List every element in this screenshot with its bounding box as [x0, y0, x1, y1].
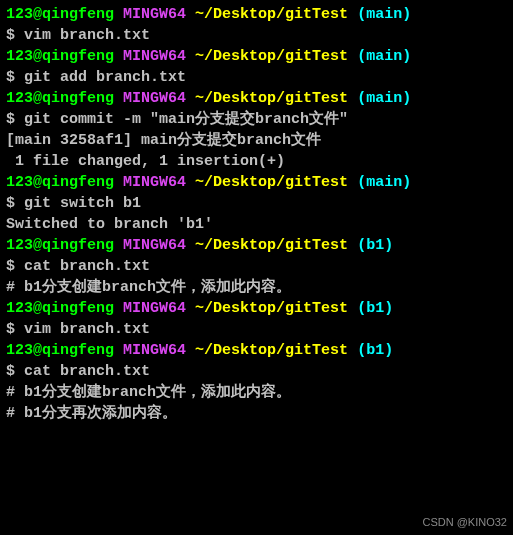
watermark: CSDN @KINO32: [422, 512, 507, 533]
prompt-user: 123@qingfeng: [6, 6, 114, 23]
command-line: $ vim branch.txt: [6, 25, 507, 46]
prompt-line: 123@qingfeng MINGW64 ~/Desktop/gitTest (…: [6, 172, 507, 193]
output-line: [main 3258af1] main分支提交branch文件: [6, 130, 507, 151]
prompt-user: 123@qingfeng: [6, 237, 114, 254]
command-line: $ git add branch.txt: [6, 67, 507, 88]
prompt-branch: (main): [357, 90, 411, 107]
command-line: $ cat branch.txt: [6, 256, 507, 277]
prompt-env: MINGW64: [123, 48, 186, 65]
prompt-env: MINGW64: [123, 342, 186, 359]
prompt-path: ~/Desktop/gitTest: [195, 300, 348, 317]
prompt-path: ~/Desktop/gitTest: [195, 90, 348, 107]
prompt-line: 123@qingfeng MINGW64 ~/Desktop/gitTest (…: [6, 298, 507, 319]
terminal[interactable]: 123@qingfeng MINGW64 ~/Desktop/gitTest (…: [6, 4, 507, 424]
prompt-dollar: $: [6, 321, 24, 338]
command-line: $ git commit -m "main分支提交branch文件": [6, 109, 507, 130]
output-line: # b1分支创建branch文件，添加此内容。: [6, 277, 507, 298]
prompt-path: ~/Desktop/gitTest: [195, 6, 348, 23]
prompt-branch: (main): [357, 48, 411, 65]
prompt-env: MINGW64: [123, 174, 186, 191]
output-line: 1 file changed, 1 insertion(+): [6, 151, 507, 172]
prompt-branch: (b1): [357, 300, 393, 317]
command-text: vim branch.txt: [24, 321, 150, 338]
prompt-path: ~/Desktop/gitTest: [195, 237, 348, 254]
command-text: cat branch.txt: [24, 363, 150, 380]
command-text: git add branch.txt: [24, 69, 186, 86]
prompt-path: ~/Desktop/gitTest: [195, 174, 348, 191]
prompt-branch: (main): [357, 174, 411, 191]
output-line: # b1分支再次添加内容。: [6, 403, 507, 424]
command-line: $ git switch b1: [6, 193, 507, 214]
prompt-user: 123@qingfeng: [6, 90, 114, 107]
prompt-line: 123@qingfeng MINGW64 ~/Desktop/gitTest (…: [6, 4, 507, 25]
prompt-env: MINGW64: [123, 300, 186, 317]
command-text: vim branch.txt: [24, 27, 150, 44]
command-line: $ vim branch.txt: [6, 319, 507, 340]
prompt-dollar: $: [6, 111, 24, 128]
prompt-env: MINGW64: [123, 90, 186, 107]
prompt-line: 123@qingfeng MINGW64 ~/Desktop/gitTest (…: [6, 235, 507, 256]
prompt-line: 123@qingfeng MINGW64 ~/Desktop/gitTest (…: [6, 46, 507, 67]
prompt-dollar: $: [6, 69, 24, 86]
prompt-env: MINGW64: [123, 237, 186, 254]
command-text: git commit -m "main分支提交branch文件": [24, 111, 348, 128]
prompt-dollar: $: [6, 258, 24, 275]
prompt-user: 123@qingfeng: [6, 300, 114, 317]
prompt-dollar: $: [6, 195, 24, 212]
prompt-user: 123@qingfeng: [6, 342, 114, 359]
prompt-branch: (main): [357, 6, 411, 23]
command-line: $ cat branch.txt: [6, 361, 507, 382]
prompt-dollar: $: [6, 363, 24, 380]
prompt-dollar: $: [6, 27, 24, 44]
prompt-user: 123@qingfeng: [6, 48, 114, 65]
command-text: git switch b1: [24, 195, 141, 212]
prompt-path: ~/Desktop/gitTest: [195, 342, 348, 359]
prompt-branch: (b1): [357, 237, 393, 254]
command-text: cat branch.txt: [24, 258, 150, 275]
prompt-path: ~/Desktop/gitTest: [195, 48, 348, 65]
output-line: Switched to branch 'b1': [6, 214, 507, 235]
prompt-branch: (b1): [357, 342, 393, 359]
output-line: # b1分支创建branch文件，添加此内容。: [6, 382, 507, 403]
prompt-line: 123@qingfeng MINGW64 ~/Desktop/gitTest (…: [6, 340, 507, 361]
prompt-line: 123@qingfeng MINGW64 ~/Desktop/gitTest (…: [6, 88, 507, 109]
prompt-user: 123@qingfeng: [6, 174, 114, 191]
prompt-env: MINGW64: [123, 6, 186, 23]
